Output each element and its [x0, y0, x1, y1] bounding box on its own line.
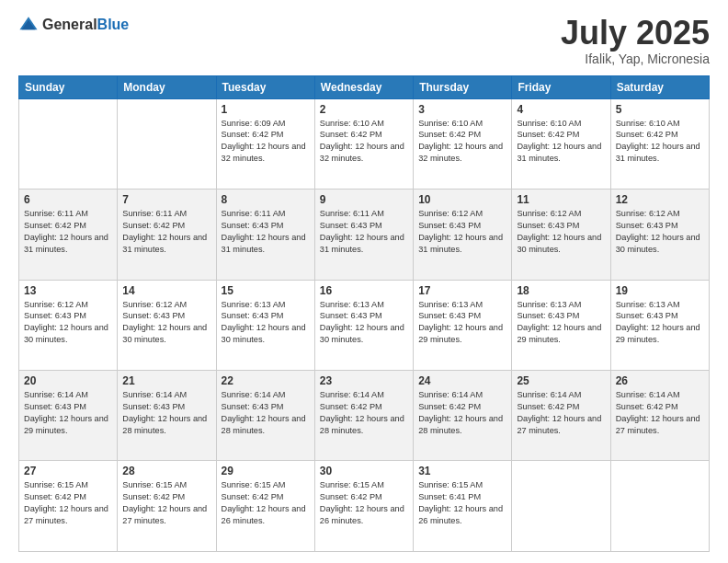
day-info: Sunrise: 6:10 AM Sunset: 6:42 PM Dayligh… [517, 118, 605, 166]
day-info: Sunrise: 6:12 AM Sunset: 6:43 PM Dayligh… [122, 299, 210, 347]
day-number: 29 [222, 465, 310, 477]
day-number: 17 [418, 284, 506, 297]
table-cell: 2Sunrise: 6:10 AM Sunset: 6:42 PM Daylig… [314, 98, 413, 189]
logo: GeneralBlue [18, 15, 129, 35]
day-number: 24 [418, 374, 506, 387]
day-info: Sunrise: 6:13 AM Sunset: 6:43 PM Dayligh… [222, 299, 310, 347]
col-wednesday: Wednesday [314, 75, 413, 98]
day-info: Sunrise: 6:12 AM Sunset: 6:43 PM Dayligh… [24, 299, 112, 347]
day-info: Sunrise: 6:13 AM Sunset: 6:43 PM Dayligh… [517, 299, 605, 347]
day-info: Sunrise: 6:11 AM Sunset: 6:42 PM Dayligh… [24, 208, 112, 256]
table-cell: 7Sunrise: 6:11 AM Sunset: 6:42 PM Daylig… [118, 190, 216, 280]
day-info: Sunrise: 6:11 AM Sunset: 6:43 PM Dayligh… [320, 208, 408, 256]
table-cell: 14Sunrise: 6:12 AM Sunset: 6:43 PM Dayli… [118, 280, 216, 370]
table-cell: 21Sunrise: 6:14 AM Sunset: 6:43 PM Dayli… [118, 371, 216, 461]
day-info: Sunrise: 6:14 AM Sunset: 6:42 PM Dayligh… [320, 389, 408, 437]
table-cell: 13Sunrise: 6:12 AM Sunset: 6:43 PM Dayli… [19, 280, 118, 370]
table-cell: 29Sunrise: 6:15 AM Sunset: 6:42 PM Dayli… [216, 461, 314, 552]
day-number: 8 [222, 193, 310, 206]
table-cell: 19Sunrise: 6:13 AM Sunset: 6:43 PM Dayli… [610, 280, 709, 370]
title-block: July 2025 Ifalik, Yap, Micronesia [561, 15, 710, 66]
day-number: 19 [616, 284, 704, 297]
day-number: 3 [418, 103, 506, 116]
day-info: Sunrise: 6:14 AM Sunset: 6:42 PM Dayligh… [418, 389, 506, 437]
day-info: Sunrise: 6:10 AM Sunset: 6:42 PM Dayligh… [418, 118, 506, 166]
day-number: 31 [418, 465, 506, 477]
table-cell: 11Sunrise: 6:12 AM Sunset: 6:43 PM Dayli… [512, 190, 610, 280]
day-info: Sunrise: 6:11 AM Sunset: 6:43 PM Dayligh… [222, 208, 310, 256]
logo-icon [18, 15, 39, 35]
day-number: 14 [122, 284, 210, 297]
day-number: 11 [517, 193, 605, 206]
day-info: Sunrise: 6:15 AM Sunset: 6:42 PM Dayligh… [320, 479, 408, 527]
day-info: Sunrise: 6:14 AM Sunset: 6:42 PM Dayligh… [616, 389, 704, 437]
day-number: 30 [320, 465, 408, 477]
table-cell: 3Sunrise: 6:10 AM Sunset: 6:42 PM Daylig… [414, 98, 512, 189]
week-row-1: 1Sunrise: 6:09 AM Sunset: 6:42 PM Daylig… [19, 98, 710, 189]
table-cell: 24Sunrise: 6:14 AM Sunset: 6:42 PM Dayli… [414, 371, 512, 461]
day-info: Sunrise: 6:15 AM Sunset: 6:41 PM Dayligh… [418, 479, 506, 527]
table-cell: 12Sunrise: 6:12 AM Sunset: 6:43 PM Dayli… [610, 190, 709, 280]
day-number: 10 [418, 193, 506, 206]
day-info: Sunrise: 6:13 AM Sunset: 6:43 PM Dayligh… [320, 299, 408, 347]
day-info: Sunrise: 6:15 AM Sunset: 6:42 PM Dayligh… [222, 479, 310, 527]
col-friday: Friday [512, 75, 610, 98]
table-cell: 5Sunrise: 6:10 AM Sunset: 6:42 PM Daylig… [610, 98, 709, 189]
day-number: 5 [616, 103, 704, 116]
week-row-3: 13Sunrise: 6:12 AM Sunset: 6:43 PM Dayli… [19, 280, 710, 370]
table-cell: 17Sunrise: 6:13 AM Sunset: 6:43 PM Dayli… [414, 280, 512, 370]
day-number: 7 [122, 193, 210, 206]
table-cell: 16Sunrise: 6:13 AM Sunset: 6:43 PM Dayli… [314, 280, 413, 370]
logo-general: GeneralBlue [42, 17, 129, 33]
col-thursday: Thursday [414, 75, 512, 98]
day-number: 20 [24, 374, 112, 387]
day-info: Sunrise: 6:10 AM Sunset: 6:42 PM Dayligh… [616, 118, 704, 166]
day-number: 6 [24, 193, 112, 206]
table-cell: 31Sunrise: 6:15 AM Sunset: 6:41 PM Dayli… [414, 461, 512, 552]
table-cell [610, 461, 709, 552]
day-number: 4 [517, 103, 605, 116]
table-cell: 9Sunrise: 6:11 AM Sunset: 6:43 PM Daylig… [314, 190, 413, 280]
table-cell: 28Sunrise: 6:15 AM Sunset: 6:42 PM Dayli… [118, 461, 216, 552]
col-sunday: Sunday [19, 75, 118, 98]
day-info: Sunrise: 6:12 AM Sunset: 6:43 PM Dayligh… [418, 208, 506, 256]
main-title: July 2025 [561, 15, 710, 52]
day-number: 22 [222, 374, 310, 387]
day-number: 16 [320, 284, 408, 297]
day-number: 23 [320, 374, 408, 387]
day-number: 9 [320, 193, 408, 206]
day-number: 18 [517, 284, 605, 297]
table-cell: 25Sunrise: 6:14 AM Sunset: 6:42 PM Dayli… [512, 371, 610, 461]
col-saturday: Saturday [610, 75, 709, 98]
day-info: Sunrise: 6:13 AM Sunset: 6:43 PM Dayligh… [418, 299, 506, 347]
day-info: Sunrise: 6:13 AM Sunset: 6:43 PM Dayligh… [616, 299, 704, 347]
day-info: Sunrise: 6:14 AM Sunset: 6:43 PM Dayligh… [122, 389, 210, 437]
col-tuesday: Tuesday [216, 75, 314, 98]
table-cell: 22Sunrise: 6:14 AM Sunset: 6:43 PM Dayli… [216, 371, 314, 461]
day-number: 28 [122, 465, 210, 477]
table-cell [512, 461, 610, 552]
day-number: 26 [616, 374, 704, 387]
table-cell: 20Sunrise: 6:14 AM Sunset: 6:43 PM Dayli… [19, 371, 118, 461]
page: GeneralBlue July 2025 Ifalik, Yap, Micro… [0, 0, 728, 563]
table-cell: 1Sunrise: 6:09 AM Sunset: 6:42 PM Daylig… [216, 98, 314, 189]
table-cell: 4Sunrise: 6:10 AM Sunset: 6:42 PM Daylig… [512, 98, 610, 189]
day-number: 2 [320, 103, 408, 116]
day-number: 1 [222, 103, 310, 116]
table-cell: 23Sunrise: 6:14 AM Sunset: 6:42 PM Dayli… [314, 371, 413, 461]
week-row-2: 6Sunrise: 6:11 AM Sunset: 6:42 PM Daylig… [19, 190, 710, 280]
day-number: 21 [122, 374, 210, 387]
header: GeneralBlue July 2025 Ifalik, Yap, Micro… [18, 15, 710, 66]
table-cell: 8Sunrise: 6:11 AM Sunset: 6:43 PM Daylig… [216, 190, 314, 280]
subtitle: Ifalik, Yap, Micronesia [561, 52, 710, 66]
table-cell: 26Sunrise: 6:14 AM Sunset: 6:42 PM Dayli… [610, 371, 709, 461]
calendar-header-row: Sunday Monday Tuesday Wednesday Thursday… [19, 75, 710, 98]
day-number: 27 [24, 465, 112, 477]
calendar-table: Sunday Monday Tuesday Wednesday Thursday… [18, 75, 710, 552]
week-row-4: 20Sunrise: 6:14 AM Sunset: 6:43 PM Dayli… [19, 371, 710, 461]
day-info: Sunrise: 6:11 AM Sunset: 6:42 PM Dayligh… [122, 208, 210, 256]
table-cell: 15Sunrise: 6:13 AM Sunset: 6:43 PM Dayli… [216, 280, 314, 370]
day-info: Sunrise: 6:15 AM Sunset: 6:42 PM Dayligh… [122, 479, 210, 527]
table-cell: 30Sunrise: 6:15 AM Sunset: 6:42 PM Dayli… [314, 461, 413, 552]
day-number: 15 [222, 284, 310, 297]
